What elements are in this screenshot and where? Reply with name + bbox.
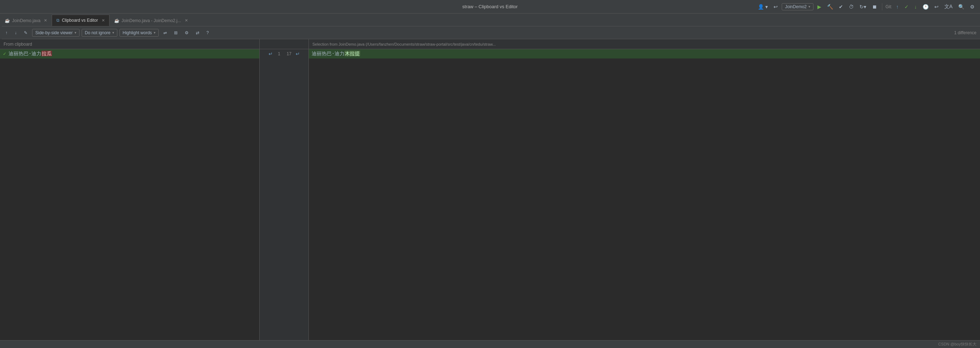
left-header-label: From clipboard	[3, 42, 32, 47]
gutter-left-num: 1	[276, 51, 283, 56]
undo-button[interactable]: ↩	[932, 3, 940, 10]
highlight-dropdown-arrow: ▾	[154, 31, 156, 35]
right-panel-header: Selection from JoinDemo.java (/Users/fan…	[309, 39, 980, 49]
tab-joindemo-java-2[interactable]: ☕ JoinDemo.java - JoinDemo2.j... ✕	[110, 14, 192, 26]
tab-label-2: Clipboard vs Editor	[62, 18, 98, 23]
git-history-button[interactable]: 🕐	[921, 3, 931, 10]
git-pull-button[interactable]: ↓	[913, 3, 919, 10]
diff-settings-button[interactable]: ⚙	[182, 29, 191, 37]
left-line-text-1: 迪丽热巴·迪力拉瓜	[8, 51, 52, 57]
diff-count: 1 difference	[955, 30, 977, 35]
gutter-left-arrow[interactable]: ↵	[269, 51, 273, 57]
credit-text: CSDN @boy快快长大	[938, 342, 977, 347]
right-diff-line-1: 迪丽热巴·迪力木拉提	[309, 49, 980, 59]
up-icon: ↑	[5, 30, 8, 35]
highlight-dropdown[interactable]: Highlight words ▾	[119, 29, 159, 37]
diff-settings-icon: ⚙	[185, 30, 189, 35]
top-right-toolbar: 👤 ▾ ↩ JoinDemo2 ▾ ▶ 🔨 ✔ ⏱ ↻▾ ⏹ Git: ↑ ✓ …	[756, 3, 977, 11]
stop-button[interactable]: ⏹	[870, 3, 879, 10]
middle-gutter: ↵ 1 17 ↵	[259, 39, 309, 348]
window-title: straw – Clipboard vs Editor	[462, 4, 517, 9]
swap-icon: ⇄	[196, 30, 199, 35]
settings-button[interactable]: ⚙	[968, 3, 977, 10]
joindemo-label: JoinDemo2	[785, 4, 807, 9]
run-button[interactable]: ▶	[816, 3, 823, 10]
profile-run-button[interactable]: ⏱	[847, 3, 856, 10]
scroll-up-button[interactable]: ↑	[3, 29, 10, 37]
tab-close-1[interactable]: ✕	[44, 18, 47, 23]
left-diff-line-1: ✓ 迪丽热巴·迪力拉瓜	[0, 49, 259, 59]
swap-button[interactable]: ⇄	[193, 29, 202, 37]
ignore-label: Do not ignore	[85, 30, 111, 35]
tab-close-3[interactable]: ✕	[185, 18, 188, 23]
coverage-button[interactable]: ✔	[837, 3, 845, 10]
back-button[interactable]: ↩	[772, 3, 780, 10]
scroll-down-button[interactable]: ↓	[12, 29, 19, 37]
columns-button[interactable]: ⊞	[172, 29, 180, 37]
viewer-dropdown-arrow: ▾	[75, 31, 76, 35]
diff-area: From clipboard ✓ 迪丽热巴·迪力拉瓜 ↵ 1 17 ↵ Sele…	[0, 39, 980, 348]
git-label: Git:	[886, 4, 892, 9]
toolbar: ↑ ↓ ✎ Side-by-side viewer ▾ Do not ignor…	[0, 26, 980, 39]
title-bar: straw – Clipboard vs Editor 👤 ▾ ↩ JoinDe…	[0, 0, 980, 14]
edit-button[interactable]: ✎	[21, 29, 30, 37]
right-line-text-1: 迪丽热巴·迪力木拉提	[312, 51, 360, 57]
left-segment-1: 迪丽热巴·迪力	[8, 51, 41, 56]
git-push-button[interactable]: ↑	[894, 3, 900, 10]
help-button[interactable]: ?	[204, 29, 212, 37]
tab-icon-3: ☕	[114, 18, 119, 23]
tab-icon-2: ⧉	[56, 18, 60, 23]
ignore-dropdown-arrow: ▾	[112, 31, 114, 35]
gutter-right-num: 17	[286, 51, 293, 56]
tab-label-1: JoinDemo.java	[12, 18, 40, 23]
joindemo-dropdown-arrow: ▾	[808, 5, 810, 8]
profile-button[interactable]: 👤 ▾	[756, 3, 770, 10]
joindemo-dropdown[interactable]: JoinDemo2 ▾	[782, 3, 813, 10]
left-panel-content: ✓ 迪丽热巴·迪力拉瓜	[0, 49, 259, 348]
tab-icon-1: ☕	[5, 18, 10, 23]
tab-close-2[interactable]: ✕	[102, 18, 105, 23]
right-panel: Selection from JoinDemo.java (/Users/fan…	[309, 39, 980, 348]
highlight-label: Highlight words	[123, 30, 152, 35]
viewer-label: Side-by-side viewer	[35, 30, 73, 35]
separator-1	[882, 3, 882, 10]
translate-button[interactable]: 文A	[943, 3, 955, 11]
left-panel-header: From clipboard	[0, 39, 259, 49]
ignore-dropdown[interactable]: Do not ignore ▾	[82, 29, 117, 37]
bottom-bar: CSDN @boy快快长大	[0, 340, 980, 348]
git-check-button[interactable]: ✓	[903, 3, 910, 10]
sync-icon: ⇌	[163, 30, 167, 35]
down-icon: ↓	[14, 30, 17, 35]
tab-joindemo-java[interactable]: ☕ JoinDemo.java ✕	[0, 14, 52, 26]
right-header-label: Selection from JoinDemo.java (/Users/fan…	[312, 42, 496, 46]
sync-button[interactable]: ⇌	[161, 29, 169, 37]
gutter-right-arrow[interactable]: ↵	[296, 51, 300, 57]
left-highlight-removed: 拉瓜	[41, 51, 52, 56]
right-segment-1: 迪丽热巴·迪力	[312, 51, 345, 56]
columns-icon: ⊞	[174, 30, 178, 35]
search-button[interactable]: 🔍	[956, 3, 966, 10]
right-highlight-added: 木拉提	[345, 51, 360, 56]
refresh-dropdown[interactable]: ↻▾	[858, 3, 868, 10]
gutter-header	[259, 39, 309, 49]
edit-icon: ✎	[24, 30, 27, 35]
build-button[interactable]: 🔨	[825, 3, 835, 10]
right-panel-content: 迪丽热巴·迪力木拉提	[309, 49, 980, 348]
tab-label-3: JoinDemo.java - JoinDemo2.j...	[122, 18, 181, 23]
tab-bar: ☕ JoinDemo.java ✕ ⧉ Clipboard vs Editor …	[0, 14, 980, 26]
help-icon: ?	[207, 30, 209, 35]
check-icon-left: ✓	[3, 51, 6, 56]
tab-clipboard-vs-editor[interactable]: ⧉ Clipboard vs Editor ✕	[52, 14, 109, 26]
gutter-row-1: ↵ 1 17 ↵	[259, 49, 309, 59]
left-panel: From clipboard ✓ 迪丽热巴·迪力拉瓜	[0, 39, 259, 348]
viewer-dropdown[interactable]: Side-by-side viewer ▾	[32, 29, 80, 37]
